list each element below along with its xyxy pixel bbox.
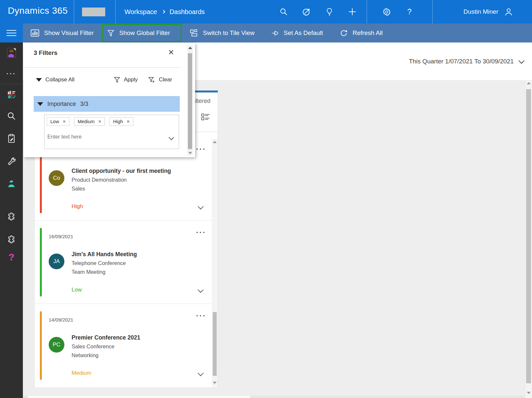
card-date: 14/09/2021: [49, 317, 73, 323]
plus-icon[interactable]: [341, 0, 364, 24]
chevron-down-icon[interactable]: [169, 135, 173, 141]
card-subtitle: Team Meeting: [72, 268, 137, 276]
sidebar-item-search[interactable]: [0, 111, 23, 121]
filter-text-input[interactable]: Enter text here: [47, 134, 82, 140]
filter-panel-scrollbar[interactable]: [187, 45, 193, 156]
refresh-all-label: Refresh All: [353, 29, 383, 37]
sidebar-item-contact[interactable]: [0, 179, 23, 188]
card-more-icon[interactable]: ···: [196, 146, 206, 153]
card-title: Premier Conference 2021: [72, 333, 140, 342]
scroll-down-icon[interactable]: [527, 392, 531, 394]
filter-panel-divider: [24, 67, 181, 68]
refresh-icon: [340, 29, 348, 37]
app-header: Dynamics 365 Workspace Dashboards ? Dust…: [0, 0, 532, 24]
breadcrumb-workspace[interactable]: Workspace: [125, 8, 157, 16]
header-divider: [367, 0, 367, 24]
wrench-icon: [7, 157, 16, 166]
search-icon[interactable]: [272, 0, 295, 24]
show-visual-filter-label: Show Visual Filter: [44, 29, 94, 37]
scrollbar-thumb[interactable]: [213, 312, 217, 376]
stream-scrollbar[interactable]: [212, 139, 218, 386]
app-logo[interactable]: Dynamics 365: [8, 6, 68, 16]
set-as-default-button[interactable]: Set As Default: [267, 24, 327, 42]
set-as-default-label: Set As Default: [284, 29, 323, 37]
sidebar-item-activities[interactable]: [0, 134, 23, 143]
selected-tags: Low ✕ Medium ✕ High ✕: [47, 117, 133, 126]
scroll-down-icon[interactable]: [188, 152, 192, 154]
search-icon: [7, 111, 16, 121]
header-divider: [115, 0, 116, 24]
remove-tag-icon[interactable]: ✕: [98, 119, 101, 124]
clipboard-pencil-icon: [7, 134, 16, 143]
tag-low[interactable]: Low ✕: [47, 117, 70, 126]
show-global-filter-button[interactable]: Show Global Filter: [102, 24, 182, 42]
sidebar-divider: [0, 84, 23, 84]
sidebar-item-dashboard[interactable]: [0, 90, 23, 99]
org-name-placeholder: [82, 8, 105, 16]
page-vertical-scrollbar[interactable]: [525, 80, 532, 398]
global-filter-flyout: 3 Filters ✕ Collapse All Apply Clear Imp…: [24, 43, 195, 157]
scroll-up-icon[interactable]: [527, 82, 531, 84]
collapse-all-button[interactable]: Collapse All: [36, 75, 75, 84]
contact-person-icon: [7, 179, 16, 188]
scrollbar-thumb[interactable]: [526, 89, 531, 383]
gear-icon[interactable]: [375, 0, 398, 24]
help-icon[interactable]: ?: [398, 0, 421, 24]
scroll-down-icon[interactable]: [213, 382, 217, 384]
close-icon[interactable]: ✕: [168, 48, 174, 57]
card-more-icon[interactable]: ···: [196, 229, 206, 236]
refresh-all-button[interactable]: Refresh All: [336, 24, 387, 42]
photo-thumbnail-icon: [7, 48, 16, 58]
lightbulb-icon[interactable]: [318, 0, 341, 24]
hamburger-menu-icon[interactable]: [0, 24, 23, 42]
sidebar-item-photo[interactable]: [0, 48, 23, 58]
card-subtitle: Telephone Conference: [72, 259, 137, 268]
scrollbar-thumb[interactable]: [28, 396, 250, 398]
bar-chart-icon: [31, 29, 39, 37]
card-expand-chevron[interactable]: [198, 371, 202, 377]
clear-filter-button[interactable]: Clear: [148, 75, 172, 84]
sidebar-item-help[interactable]: ?: [0, 252, 23, 263]
switch-tile-view-button[interactable]: Switch to Tile View: [186, 24, 258, 42]
card-more-icon[interactable]: ···: [196, 312, 206, 320]
card-expand-chevron[interactable]: [198, 205, 202, 210]
page-horizontal-scrollbar[interactable]: [23, 396, 525, 398]
goal-icon[interactable]: [295, 0, 318, 24]
breadcrumb-dashboards[interactable]: Dashboards: [170, 8, 205, 16]
user-account[interactable]: Dustin Miner: [463, 0, 513, 24]
scroll-up-icon[interactable]: [213, 141, 217, 143]
sidebar-item-plugin-1[interactable]: [0, 212, 23, 221]
card-subtitle: Sales Conference: [72, 342, 140, 351]
scrollbar-thumb[interactable]: [188, 53, 192, 149]
importance-color-bar: [40, 228, 42, 296]
breadcrumb: Workspace Dashboards: [125, 0, 205, 24]
tag-medium[interactable]: Medium ✕: [74, 117, 105, 126]
apply-filter-button[interactable]: Apply: [114, 75, 138, 84]
switch-tile-view-label: Switch to Tile View: [203, 29, 255, 37]
card-text: Client opportunity - our first meeting P…: [72, 167, 171, 193]
importance-filter-group-header[interactable]: Importance 3/3: [34, 96, 180, 112]
filter-funnel-icon: [107, 30, 114, 37]
scroll-up-icon[interactable]: [188, 47, 192, 49]
filter-panel-title: 3 Filters: [34, 49, 58, 57]
list-view-icon[interactable]: [201, 113, 210, 121]
sidebar-item-more[interactable]: ···: [0, 71, 23, 77]
date-range-dropdown[interactable]: This Quarter 1/07/2021 To 30/09/2021: [409, 42, 523, 80]
importance-multiselect[interactable]: Low ✕ Medium ✕ High ✕ Enter text here: [44, 115, 179, 149]
card-text: Premier Conference 2021 Sales Conference…: [72, 333, 140, 360]
activity-card[interactable]: 14/09/2021 ··· PC Premier Conference 202…: [35, 304, 212, 387]
card-expand-chevron[interactable]: [198, 288, 202, 294]
sidebar-item-plugin-2[interactable]: [0, 235, 23, 244]
avatar: PC: [49, 337, 64, 353]
card-text: Jim's All Hands Meeting Telephone Confer…: [72, 250, 137, 276]
activity-card[interactable]: 16/09/2021 ··· JA Jim's All Hands Meetin…: [35, 221, 212, 304]
date-range-label: This Quarter 1/07/2021 To 30/09/2021: [409, 58, 514, 65]
tag-high[interactable]: High ✕: [109, 117, 133, 126]
sidebar-item-tools[interactable]: [0, 157, 23, 166]
chevron-right-icon: [161, 10, 165, 13]
importance-label: Medium: [72, 370, 91, 376]
remove-tag-icon[interactable]: ✕: [126, 119, 130, 124]
triangle-down-icon: [36, 78, 42, 82]
remove-tag-icon[interactable]: ✕: [63, 119, 66, 124]
show-visual-filter-button[interactable]: Show Visual Filter: [27, 24, 98, 42]
